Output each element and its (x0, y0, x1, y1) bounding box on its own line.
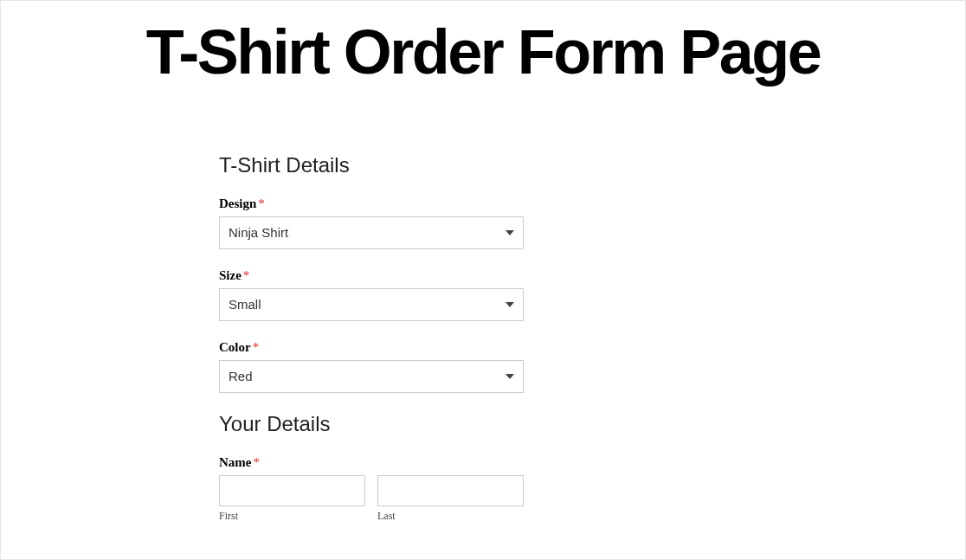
name-label: Name* (219, 455, 524, 470)
color-label-text: Color (219, 340, 251, 354)
page-container: T-Shirt Order Form Page T-Shirt Details … (1, 1, 965, 523)
field-name: Name* First Last (219, 455, 524, 523)
size-select[interactable]: Small (219, 288, 524, 321)
field-design: Design* Ninja Shirt (219, 196, 524, 249)
required-indicator: * (243, 268, 250, 282)
first-name-column: First (219, 475, 365, 523)
color-label: Color* (219, 340, 524, 355)
size-label: Size* (219, 268, 524, 283)
first-name-input[interactable] (219, 475, 365, 506)
size-label-text: Size (219, 268, 242, 282)
last-name-input[interactable] (377, 475, 524, 506)
first-name-sublabel: First (219, 510, 365, 523)
field-color: Color* Red (219, 340, 524, 393)
design-label: Design* (219, 196, 524, 211)
order-form: T-Shirt Details Design* Ninja Shirt Size… (219, 153, 524, 523)
page-title: T-Shirt Order Form Page (70, 20, 896, 86)
required-indicator: * (254, 455, 261, 469)
section-tshirt-details-heading: T-Shirt Details (219, 153, 524, 177)
color-select[interactable]: Red (219, 360, 524, 393)
design-label-text: Design (219, 196, 256, 210)
design-select[interactable]: Ninja Shirt (219, 216, 524, 249)
field-size: Size* Small (219, 268, 524, 321)
required-indicator: * (253, 340, 260, 354)
section-your-details-heading: Your Details (219, 412, 524, 436)
name-input-row: First Last (219, 475, 524, 523)
name-label-text: Name (219, 455, 252, 469)
required-indicator: * (258, 196, 265, 210)
last-name-column: Last (377, 475, 524, 523)
last-name-sublabel: Last (377, 510, 524, 523)
